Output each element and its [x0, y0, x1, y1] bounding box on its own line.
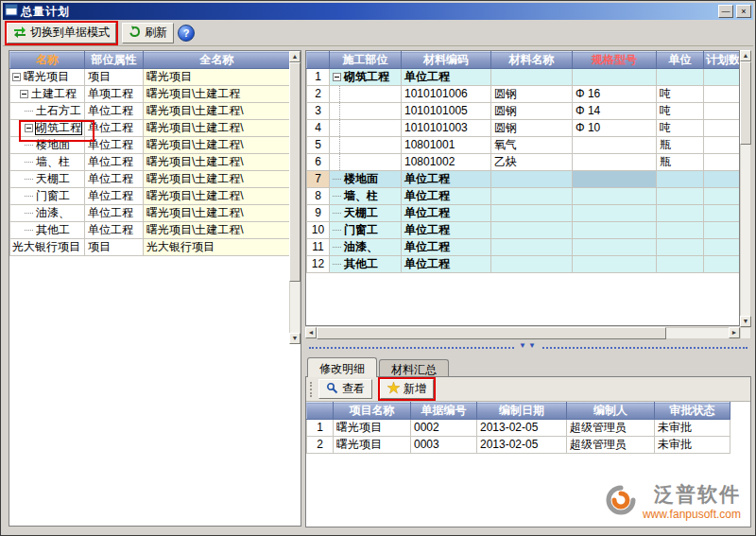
spec-cell[interactable] — [573, 154, 657, 171]
row-number-cell[interactable]: 11 — [307, 239, 330, 256]
col-header-code[interactable]: 材料编码 — [402, 52, 491, 69]
scroll-up-button[interactable]: ▲ — [289, 51, 301, 62]
col-header-unit[interactable]: 单位 — [657, 52, 704, 69]
tree-cell-name[interactable]: 土石方工 — [10, 103, 85, 120]
name-cell[interactable] — [491, 239, 573, 256]
docno-cell[interactable]: 0003 — [411, 437, 477, 454]
view-button[interactable]: 查看 — [318, 379, 372, 399]
material-group-row-selected[interactable]: 7 楼地面 单位工程 — [307, 171, 740, 188]
code-cell[interactable]: 单位工程 — [402, 69, 491, 86]
name-cell[interactable]: 氧气 — [491, 137, 573, 154]
spec-cell[interactable] — [573, 188, 657, 205]
tree-cell-name[interactable]: 油漆、 — [10, 205, 85, 222]
material-group-row[interactable]: 11 油漆、 单位工程 — [307, 239, 740, 256]
collapse-icon[interactable] — [333, 73, 341, 81]
date-cell[interactable]: 2013-02-05 — [477, 437, 567, 454]
name-cell[interactable]: 圆钢 — [491, 120, 573, 137]
code-cell[interactable]: 单位工程 — [402, 205, 491, 222]
tree-cell-attr[interactable]: 单位工程 — [85, 205, 144, 222]
scroll-thumb[interactable] — [740, 61, 751, 145]
tree-cell-attr[interactable]: 项目 — [85, 239, 144, 256]
tree-row[interactable]: 墙、柱 单位工程 曙光项目\土建工程\ — [10, 154, 291, 171]
date-cell[interactable]: 2013-02-05 — [477, 420, 567, 437]
tree-cell-name[interactable]: 曙光项目 — [10, 69, 85, 86]
code-cell[interactable]: 10801001 — [402, 137, 491, 154]
col-header-name[interactable]: 名称 — [10, 52, 85, 69]
tree-cell-fullname[interactable]: 曙光项目\土建工程\ — [144, 222, 291, 239]
tree-row[interactable]: 门窗工 单位工程 曙光项目\土建工程\ — [10, 188, 291, 205]
row-number-cell[interactable]: 6 — [307, 154, 330, 171]
row-number-cell[interactable]: 7 — [307, 171, 330, 188]
minimize-button[interactable]: — — [718, 5, 733, 18]
tree-cell-attr[interactable]: 单位工程 — [85, 171, 144, 188]
tree-cell-attr[interactable]: 单位工程 — [85, 188, 144, 205]
tree-cell-name[interactable]: 土建工程 — [10, 86, 85, 103]
part-cell[interactable]: 油漆、 — [330, 239, 402, 256]
name-cell[interactable]: 圆钢 — [491, 86, 573, 103]
col-header-project[interactable]: 项目名称 — [334, 403, 411, 420]
row-number-cell[interactable]: 1 — [307, 420, 334, 437]
row-number-cell[interactable]: 4 — [307, 120, 330, 137]
tab-modify-details[interactable]: 修改明细 — [307, 357, 377, 377]
code-cell[interactable]: 单位工程 — [402, 256, 491, 273]
unit-cell[interactable] — [657, 188, 704, 205]
spec-cell[interactable] — [573, 137, 657, 154]
name-cell[interactable] — [491, 69, 573, 86]
scroll-right-button[interactable]: ► — [729, 327, 740, 338]
part-cell[interactable]: 墙、柱 — [330, 188, 402, 205]
part-cell[interactable] — [330, 86, 402, 103]
unit-cell[interactable] — [657, 171, 704, 188]
col-header-fullname[interactable]: 全名称 — [144, 52, 291, 69]
unit-cell[interactable]: 吨 — [657, 103, 704, 120]
row-number-cell[interactable]: 2 — [307, 86, 330, 103]
tree-cell-fullname[interactable]: 曙光项目\土建工程\ — [144, 137, 291, 154]
row-number-cell[interactable]: 1 — [307, 69, 330, 86]
tree-cell-fullname[interactable]: 曙光项目\土建工程\ — [144, 188, 291, 205]
docno-cell[interactable]: 0002 — [411, 420, 477, 437]
collapse-icon[interactable] — [20, 90, 28, 98]
plan-cell[interactable] — [704, 86, 740, 103]
tree-cell-name[interactable]: 天棚工 — [10, 171, 85, 188]
col-header-date[interactable]: 编制日期 — [477, 403, 567, 420]
spec-cell[interactable]: Φ 14 — [573, 103, 657, 120]
document-row[interactable]: 1 曙光项目 0002 2013-02-05 超级管理员 未审批 — [307, 420, 730, 437]
tree-row[interactable]: 土建工程 单项工程 曙光项目\土建工程 — [10, 86, 291, 103]
tree-cell-attr[interactable]: 单位工程 — [85, 120, 144, 137]
tree-cell-fullname[interactable]: 曙光项目\土建工程\ — [144, 120, 291, 137]
project-cell[interactable]: 曙光项目 — [334, 420, 411, 437]
unit-cell[interactable]: 瓶 — [657, 154, 704, 171]
plan-cell[interactable] — [704, 188, 740, 205]
code-cell[interactable]: 1010101003 — [402, 120, 491, 137]
part-cell[interactable]: 其他工 — [330, 256, 402, 273]
name-cell[interactable] — [491, 205, 573, 222]
tree-cell-attr[interactable]: 单项工程 — [85, 86, 144, 103]
col-header-creator[interactable]: 编制人 — [567, 403, 655, 420]
tree-row[interactable]: 油漆、 单位工程 曙光项目\土建工程\ — [10, 205, 291, 222]
tree-row[interactable]: 光大银行项目 项目 光大银行项目 — [10, 239, 291, 256]
row-number-cell[interactable]: 2 — [307, 437, 334, 454]
row-number-cell[interactable]: 12 — [307, 256, 330, 273]
close-button[interactable]: × — [736, 5, 751, 18]
tree-cell-name[interactable]: 砌筑工程 — [10, 120, 85, 137]
code-cell[interactable]: 单位工程 — [402, 171, 491, 188]
tree-cell-name[interactable]: 光大银行项目 — [10, 239, 85, 256]
project-cell[interactable]: 曙光项目 — [334, 437, 411, 454]
document-row[interactable]: 2 曙光项目 0003 2013-02-05 超级管理员 未审批 — [307, 437, 730, 454]
col-header-spec[interactable]: 规格型号 — [573, 52, 657, 69]
tree-cell-fullname[interactable]: 曙光项目\土建工程\ — [144, 154, 291, 171]
unit-cell[interactable] — [657, 256, 704, 273]
plan-cell[interactable] — [704, 239, 740, 256]
col-header-docno[interactable]: 单据编号 — [411, 403, 477, 420]
creator-cell[interactable]: 超级管理员 — [567, 420, 655, 437]
switch-mode-button[interactable]: 切换到单据模式 — [7, 23, 116, 43]
code-cell[interactable]: 1010101006 — [402, 86, 491, 103]
material-row[interactable]: 6 10801002 乙炔 瓶 — [307, 154, 740, 171]
code-cell[interactable]: 10801002 — [402, 154, 491, 171]
part-cell[interactable] — [330, 120, 402, 137]
unit-cell[interactable] — [657, 69, 704, 86]
unit-cell[interactable]: 瓶 — [657, 137, 704, 154]
spec-cell[interactable] — [573, 222, 657, 239]
code-cell[interactable]: 单位工程 — [402, 222, 491, 239]
unit-cell[interactable] — [657, 205, 704, 222]
tree-row[interactable]: 天棚工 单位工程 曙光项目\土建工程\ — [10, 171, 291, 188]
